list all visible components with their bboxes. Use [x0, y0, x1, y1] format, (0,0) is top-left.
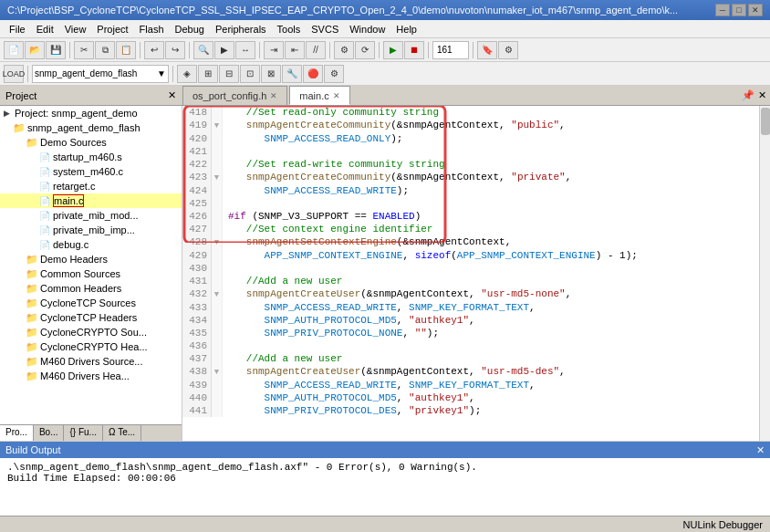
rebuild-btn[interactable]: ⟳	[355, 41, 375, 59]
tree-item-10[interactable]: 📁Demo Headers	[0, 252, 182, 266]
tab-main-c[interactable]: main.c ✕	[289, 86, 349, 105]
menu-tools[interactable]: Tools	[272, 22, 307, 37]
tb2-btn6[interactable]: 🔧	[282, 65, 302, 83]
replace-button[interactable]: ↔	[235, 41, 255, 59]
line-fold-428[interactable]: ▼	[212, 235, 223, 249]
menu-flash[interactable]: Flash	[134, 22, 170, 37]
outdent-button[interactable]: ⇤	[285, 41, 305, 59]
scrollbar-thumb[interactable]	[761, 108, 770, 135]
scrollbar-vertical[interactable]	[759, 106, 770, 441]
line-code-437[interactable]: //Add a new user	[223, 352, 770, 365]
tree-item-4[interactable]: 📄system_m460.c	[0, 164, 182, 179]
debug-run[interactable]: ▶	[383, 41, 403, 59]
line-code-440[interactable]: SNMP_AUTH_PROTOCOL_MD5, "authkey1",	[223, 391, 770, 404]
line-fold-423[interactable]: ▼	[212, 171, 223, 184]
menu-help[interactable]: Help	[390, 22, 422, 37]
panel-tab-project[interactable]: Pro...	[0, 425, 34, 441]
tree-item-5[interactable]: 📄retarget.c	[0, 179, 182, 193]
bookmark-btn[interactable]: 🔖	[477, 41, 497, 59]
tree-item-17[interactable]: 📁M460 Drivers Source...	[0, 354, 182, 369]
menu-file[interactable]: File	[4, 22, 31, 37]
line-code-436[interactable]	[223, 339, 770, 352]
new-button[interactable]: 📄	[4, 41, 24, 59]
line-code-421[interactable]	[223, 145, 770, 158]
tree-item-0[interactable]: ▶Project: snmp_agent_demo	[0, 106, 182, 120]
tab-main-c-close[interactable]: ✕	[333, 91, 340, 100]
tb2-btn4[interactable]: ⊡	[240, 65, 260, 83]
tb2-btn5[interactable]: ⊠	[261, 65, 281, 83]
menu-debug[interactable]: Debug	[170, 22, 210, 37]
line-code-428[interactable]: snmpAgentSetContextEngine(&snmpAgentCont…	[223, 235, 770, 249]
line-fold-432[interactable]: ▼	[212, 287, 223, 301]
cut-button[interactable]: ✂	[74, 41, 94, 59]
editor-close-button[interactable]: ✕	[758, 89, 766, 101]
tab-os-port-config-close[interactable]: ✕	[270, 91, 277, 100]
line-fold-438[interactable]: ▼	[212, 365, 223, 379]
panel-tab-functions[interactable]: {} Fu...	[64, 425, 102, 441]
tree-item-7[interactable]: 📄private_mib_mod...	[0, 208, 182, 223]
menu-project[interactable]: Project	[91, 22, 133, 37]
tree-item-9[interactable]: 📄debug.c	[0, 237, 182, 252]
line-code-424[interactable]: SNMP_ACCESS_READ_WRITE);	[223, 184, 770, 197]
redo-button[interactable]: ↪	[165, 41, 185, 59]
tree-item-15[interactable]: 📁CycloneCRYPTO Sou...	[0, 325, 182, 339]
build-btn[interactable]: ⚙	[334, 41, 354, 59]
line-code-439[interactable]: SNMP_ACCESS_READ_WRITE, SNMP_KEY_FORMAT_…	[223, 379, 770, 391]
line-fold-419[interactable]: ▼	[212, 119, 223, 132]
panel-tab-books[interactable]: Bo...	[34, 425, 65, 441]
line-code-432[interactable]: snmpAgentCreateUser(&snmpAgentContext, "…	[223, 287, 770, 301]
line-code-427[interactable]: //Set context engine identifier	[223, 223, 770, 235]
tree-item-2[interactable]: 📁Demo Sources	[0, 135, 182, 150]
undo-button[interactable]: ↩	[144, 41, 164, 59]
line-code-438[interactable]: snmpAgentCreateUser(&snmpAgentContext, "…	[223, 365, 770, 379]
project-dropdown[interactable]: snmp_agent_demo_flash ▼	[32, 65, 169, 83]
panel-tab-templates[interactable]: Ω Te...	[103, 425, 141, 441]
line-code-430[interactable]	[223, 262, 770, 275]
paste-button[interactable]: 📋	[116, 41, 136, 59]
save-button[interactable]: 💾	[46, 41, 66, 59]
tree-item-3[interactable]: 📄startup_m460.s	[0, 150, 182, 164]
project-panel-close[interactable]: ✕	[168, 89, 176, 101]
tree-item-14[interactable]: 📁CycloneTCP Headers	[0, 310, 182, 325]
minimize-button[interactable]: ─	[715, 4, 730, 16]
line-code-419[interactable]: snmpAgentCreateCommunity(&snmpAgentConte…	[223, 119, 770, 132]
line-code-418[interactable]: //Set read-only community string	[223, 106, 770, 119]
line-code-425[interactable]	[223, 197, 770, 210]
line-code-426[interactable]: #if (SNMP_V3_SUPPORT == ENABLED)	[223, 210, 770, 223]
tb2-btn3[interactable]: ⊟	[219, 65, 239, 83]
line-code-420[interactable]: SNMP_ACCESS_READ_ONLY);	[223, 132, 770, 145]
tree-item-6[interactable]: 📄main.c	[0, 193, 182, 208]
comment-button[interactable]: //	[306, 41, 326, 59]
tab-os-port-config[interactable]: os_port_config.h ✕	[182, 86, 287, 105]
menu-edit[interactable]: Edit	[31, 22, 59, 37]
copy-button[interactable]: ⧉	[95, 41, 115, 59]
menu-view[interactable]: View	[59, 22, 92, 37]
close-button[interactable]: ✕	[748, 4, 763, 16]
line-code-429[interactable]: APP_SNMP_CONTEXT_ENGINE, sizeof(APP_SNMP…	[223, 249, 770, 262]
menu-peripherals[interactable]: Peripherals	[210, 22, 272, 37]
code-content[interactable]: 418 //Set read-only community string419▼…	[182, 106, 770, 441]
find-next[interactable]: ▶	[214, 41, 234, 59]
tb2-btn7[interactable]: 🔴	[303, 65, 323, 83]
load-btn[interactable]: LOAD	[4, 65, 24, 83]
tb2-btn1[interactable]: ◈	[177, 65, 197, 83]
line-code-441[interactable]: SNMP_PRIV_PROTOCOL_DES, "privkey1");	[223, 404, 770, 417]
open-button[interactable]: 📂	[25, 41, 45, 59]
tree-item-18[interactable]: 📁M460 Drivers Hea...	[0, 369, 182, 383]
tb2-btn2[interactable]: ⊞	[198, 65, 218, 83]
menu-svcs[interactable]: SVCS	[306, 22, 344, 37]
tree-item-13[interactable]: 📁CycloneTCP Sources	[0, 296, 182, 310]
line-code-423[interactable]: snmpAgentCreateCommunity(&snmpAgentConte…	[223, 171, 770, 184]
editor-pin-button[interactable]: 📌	[742, 89, 754, 101]
line-number-field[interactable]: 161	[432, 41, 469, 59]
build-close-button[interactable]: ✕	[756, 444, 765, 456]
tree-item-16[interactable]: 📁CycloneCRYPTO Hea...	[0, 339, 182, 354]
maximize-button[interactable]: □	[732, 4, 746, 16]
line-code-435[interactable]: SNMP_PRIV_PROTOCOL_NONE, "");	[223, 327, 770, 339]
menu-window[interactable]: Window	[344, 22, 390, 37]
line-code-434[interactable]: SNMP_AUTH_PROTOCOL_MD5, "authkey1",	[223, 314, 770, 327]
line-code-433[interactable]: SNMP_ACCESS_READ_WRITE, SNMP_KEY_FORMAT_…	[223, 301, 770, 314]
tree-item-12[interactable]: 📁Common Headers	[0, 281, 182, 296]
tree-item-8[interactable]: 📄private_mib_imp...	[0, 223, 182, 237]
indent-button[interactable]: ⇥	[264, 41, 284, 59]
